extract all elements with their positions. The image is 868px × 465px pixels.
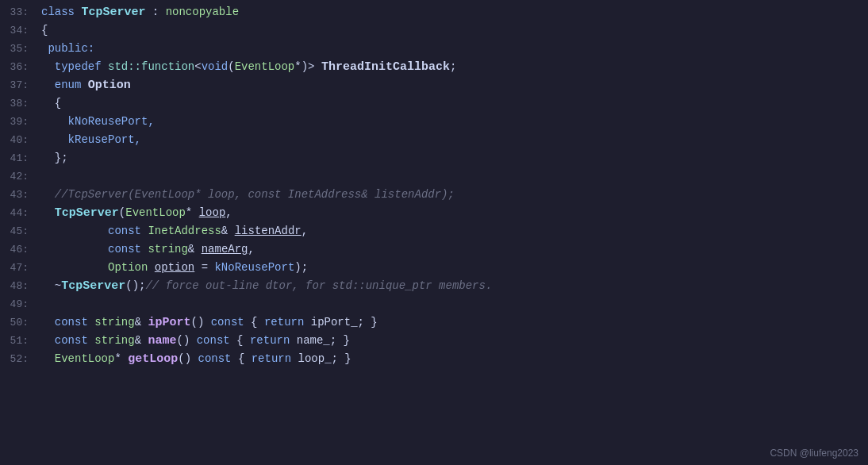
token: Option bbox=[88, 79, 131, 92]
token: () bbox=[190, 316, 210, 329]
token: typedef bbox=[41, 60, 108, 73]
code-line: 34:{ bbox=[0, 21, 868, 40]
line-content: { bbox=[38, 94, 868, 112]
line-content: Option option = kNoReusePort); bbox=[38, 259, 868, 276]
token: { bbox=[244, 316, 264, 329]
token bbox=[41, 225, 108, 237]
token: () bbox=[176, 334, 196, 347]
line-number: 44: bbox=[0, 205, 38, 222]
token: const bbox=[55, 334, 94, 347]
code-line: 50: const string& ipPort() const { retur… bbox=[0, 313, 868, 332]
token: //TcpServer(EventLoop* loop, const InetA… bbox=[41, 188, 455, 201]
line-number: 33: bbox=[0, 4, 38, 21]
code-line: 33:class TcpServer : noncopyable bbox=[0, 3, 868, 21]
token: const bbox=[198, 352, 231, 365]
token: ipPort_; } bbox=[304, 316, 377, 329]
token: nameArg bbox=[202, 243, 248, 256]
code-line: 43: //TcpServer(EventLoop* loop, const I… bbox=[0, 186, 868, 204]
token: EventLoop bbox=[235, 60, 295, 73]
token bbox=[41, 243, 108, 256]
token: TcpServer bbox=[61, 279, 125, 293]
token: void bbox=[202, 60, 229, 73]
token: listenAddr bbox=[235, 225, 301, 237]
token: & bbox=[135, 334, 148, 347]
token: (); bbox=[125, 279, 145, 292]
token: noncopyable bbox=[166, 6, 239, 18]
line-number: 38: bbox=[0, 95, 38, 113]
token bbox=[41, 352, 55, 365]
line-number: 48: bbox=[0, 278, 38, 295]
token: *)> bbox=[294, 60, 321, 73]
line-content: { bbox=[38, 21, 868, 39]
token: ( bbox=[228, 60, 234, 73]
token: ); bbox=[294, 261, 308, 274]
code-line: 35: public: bbox=[0, 40, 868, 58]
token: Option bbox=[108, 261, 155, 274]
line-content: const InetAddress& listenAddr, bbox=[38, 222, 868, 240]
line-content: TcpServer(EventLoop* loop, bbox=[38, 204, 868, 222]
watermark: CSDN @liufeng2023 bbox=[770, 448, 858, 459]
line-content: kReusePort, bbox=[38, 131, 868, 148]
token: { bbox=[230, 334, 250, 347]
token: string bbox=[148, 243, 187, 256]
token: const bbox=[108, 243, 148, 256]
token: * bbox=[114, 352, 128, 365]
code-line: 41: }; bbox=[0, 149, 868, 167]
line-number: 46: bbox=[0, 241, 38, 259]
token: std::function bbox=[108, 60, 194, 73]
token: class bbox=[41, 6, 81, 18]
code-line: 38: { bbox=[0, 94, 868, 113]
token: const bbox=[197, 334, 230, 347]
token: kReusePort, bbox=[41, 133, 141, 146]
line-number: 37: bbox=[0, 77, 38, 94]
line-content bbox=[38, 167, 868, 185]
line-number: 45: bbox=[0, 223, 38, 240]
token: ; bbox=[450, 60, 456, 73]
token: TcpServer bbox=[55, 206, 119, 220]
code-line: 44: TcpServer(EventLoop* loop, bbox=[0, 204, 868, 222]
line-number: 49: bbox=[0, 296, 38, 313]
token: () bbox=[178, 352, 198, 365]
token bbox=[41, 261, 108, 274]
code-line: 52: EventLoop* getLoop() const { return … bbox=[0, 350, 868, 368]
token: ThreadInitCallback bbox=[321, 60, 450, 74]
line-content: //TcpServer(EventLoop* loop, const InetA… bbox=[38, 186, 868, 203]
token: const bbox=[211, 316, 244, 329]
token: ~ bbox=[41, 279, 61, 292]
code-line: 42: bbox=[0, 167, 868, 186]
token: }; bbox=[41, 152, 68, 164]
token: < bbox=[194, 60, 201, 73]
token: & bbox=[135, 316, 148, 329]
line-content: const string& name() const { return name… bbox=[38, 332, 868, 350]
token bbox=[41, 206, 55, 219]
line-number: 41: bbox=[0, 150, 38, 167]
token: : bbox=[145, 6, 165, 18]
token: ( bbox=[119, 206, 125, 219]
code-line: 39: kNoReusePort, bbox=[0, 113, 868, 131]
token: TcpServer bbox=[81, 6, 145, 19]
token: const bbox=[55, 316, 94, 329]
token: option bbox=[155, 261, 194, 274]
line-number: 52: bbox=[0, 351, 38, 368]
token: loop_; } bbox=[291, 352, 351, 365]
token: kNoReusePort, bbox=[41, 115, 155, 128]
line-content bbox=[38, 295, 868, 313]
line-content: EventLoop* getLoop() const { return loop… bbox=[38, 350, 868, 368]
token: string bbox=[94, 334, 134, 347]
token: loop bbox=[199, 206, 226, 219]
token: = bbox=[194, 261, 214, 274]
code-line: 46: const string& nameArg, bbox=[0, 240, 868, 259]
token: getLoop bbox=[128, 352, 178, 366]
token bbox=[41, 334, 55, 347]
code-line: 51: const string& name() const { return … bbox=[0, 332, 868, 350]
token: return bbox=[250, 334, 290, 347]
code-line: 47: Option option = kNoReusePort); bbox=[0, 259, 868, 277]
token bbox=[41, 316, 55, 329]
line-number: 34: bbox=[0, 22, 38, 40]
line-content: kNoReusePort, bbox=[38, 113, 868, 130]
token: EventLoop bbox=[55, 352, 115, 365]
token: string bbox=[94, 316, 134, 329]
line-content: const string& nameArg, bbox=[38, 240, 868, 258]
token: const bbox=[108, 225, 148, 237]
line-content: public: bbox=[38, 40, 868, 57]
